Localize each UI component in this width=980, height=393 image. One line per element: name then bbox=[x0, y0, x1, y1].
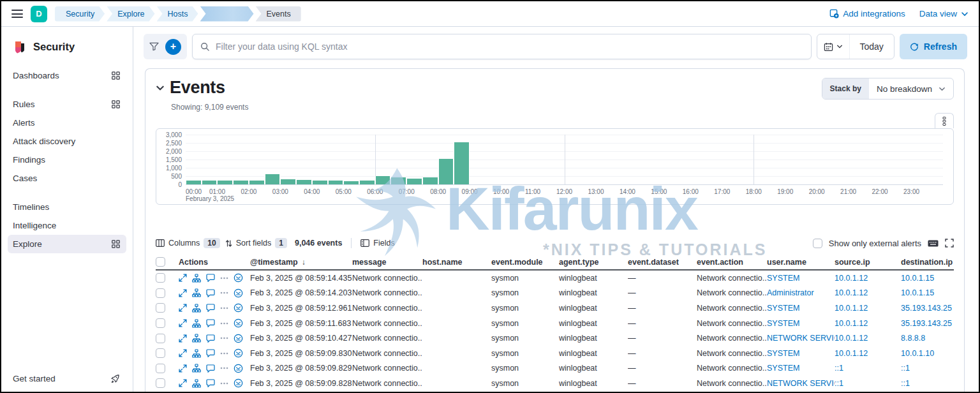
destination-ip-cell[interactable]: 10.0.1.15 bbox=[901, 288, 970, 297]
destination-ip-cell[interactable]: ::1 bbox=[901, 379, 970, 388]
agent-type-cell[interactable]: winlogbeat bbox=[559, 304, 628, 313]
event-action-cell[interactable]: Network connectio... bbox=[697, 364, 767, 373]
investigate-in-timeline-icon[interactable] bbox=[234, 273, 243, 283]
expand-event-icon[interactable] bbox=[179, 379, 187, 387]
add-note-icon[interactable] bbox=[206, 274, 215, 282]
add-note-icon[interactable] bbox=[206, 379, 215, 387]
sidebar-item-findings[interactable]: Findings bbox=[8, 151, 126, 169]
chart-options-kebab-icon[interactable] bbox=[935, 113, 954, 128]
table-row[interactable]: Feb 3, 2025 @ 08:59:14.435 Network conne… bbox=[156, 271, 954, 286]
more-actions-icon[interactable] bbox=[220, 307, 228, 309]
timestamp-cell[interactable]: Feb 3, 2025 @ 08:59:10.427 bbox=[250, 334, 352, 343]
message-cell[interactable]: Network connectio... bbox=[352, 349, 422, 358]
event-module-cell[interactable]: sysmon bbox=[491, 319, 559, 328]
row-checkbox[interactable] bbox=[156, 334, 165, 343]
sidebar-item-rules[interactable]: Rules bbox=[8, 95, 126, 114]
agent-type-cell[interactable]: winlogbeat bbox=[559, 319, 628, 328]
agent-type-cell[interactable]: winlogbeat bbox=[559, 334, 628, 343]
row-checkbox[interactable] bbox=[156, 273, 165, 283]
sidebar-item-get-started[interactable]: Get started bbox=[8, 369, 126, 388]
expand-event-icon[interactable] bbox=[179, 319, 187, 327]
sidebar-item-attack-discovery[interactable]: Attack discovery bbox=[8, 132, 126, 151]
analyze-event-icon[interactable] bbox=[192, 274, 201, 283]
table-row[interactable]: Feb 3, 2025 @ 08:59:12.961 Network conne… bbox=[156, 300, 954, 316]
timestamp-cell[interactable]: Feb 3, 2025 @ 08:59:09.828 bbox=[250, 379, 352, 388]
row-checkbox[interactable] bbox=[156, 364, 165, 373]
analyze-event-icon[interactable] bbox=[192, 334, 201, 343]
source-ip-cell[interactable]: 10.0.1.12 bbox=[835, 319, 901, 328]
breadcrumb-item-security[interactable]: Security bbox=[55, 6, 105, 22]
events-histogram[interactable]: 05001,0001,5002,0002,5003,00000:0001:000… bbox=[156, 128, 954, 205]
expand-event-icon[interactable] bbox=[179, 289, 187, 297]
columns-button[interactable]: Columns 10 bbox=[156, 238, 220, 248]
investigate-in-timeline-icon[interactable] bbox=[234, 318, 243, 328]
table-row[interactable]: Feb 3, 2025 @ 08:59:11.683 Network conne… bbox=[156, 316, 954, 331]
analyze-event-icon[interactable] bbox=[192, 304, 201, 313]
date-picker-calendar-button[interactable] bbox=[817, 34, 850, 59]
event-action-cell[interactable]: Network connectio... bbox=[697, 274, 767, 283]
event-module-cell[interactable]: sysmon bbox=[491, 364, 559, 373]
fullscreen-icon[interactable] bbox=[945, 239, 954, 248]
column-header-user[interactable]: user.name bbox=[767, 258, 835, 267]
timestamp-cell[interactable]: Feb 3, 2025 @ 08:59:14.435 bbox=[250, 274, 352, 283]
user-name-cell[interactable]: SYSTEM bbox=[767, 319, 835, 328]
source-ip-cell[interactable]: ::1 bbox=[835, 379, 901, 388]
table-row[interactable]: Feb 3, 2025 @ 08:59:09.828 Network conne… bbox=[156, 376, 954, 391]
destination-ip-cell[interactable]: 35.193.143.25 bbox=[901, 304, 970, 313]
event-module-cell[interactable]: sysmon bbox=[491, 288, 559, 297]
expand-event-icon[interactable] bbox=[179, 364, 187, 373]
sidebar-item-timelines[interactable]: Timelines bbox=[8, 198, 126, 216]
message-cell[interactable]: Network connectio... bbox=[352, 304, 422, 313]
table-row[interactable]: Feb 3, 2025 @ 08:59:10.427 Network conne… bbox=[156, 330, 954, 346]
table-row[interactable]: Feb 3, 2025 @ 08:59:09.829 Network conne… bbox=[156, 361, 954, 376]
column-header-action[interactable]: event.action bbox=[697, 258, 767, 267]
analyze-event-icon[interactable] bbox=[192, 364, 201, 373]
investigate-in-timeline-icon[interactable] bbox=[234, 378, 243, 388]
investigate-in-timeline-icon[interactable] bbox=[234, 348, 243, 358]
source-ip-cell[interactable]: 10.0.1.12 bbox=[835, 288, 901, 297]
destination-ip-cell[interactable]: 10.0.1.15 bbox=[901, 274, 970, 283]
column-header-module[interactable]: event.module bbox=[491, 258, 559, 267]
column-header-dataset[interactable]: event.dataset bbox=[628, 258, 697, 267]
timestamp-cell[interactable]: Feb 3, 2025 @ 08:59:14.203 bbox=[250, 288, 352, 297]
user-name-cell[interactable]: SYSTEM bbox=[767, 274, 835, 283]
event-module-cell[interactable]: sysmon bbox=[491, 334, 559, 343]
refresh-button[interactable]: Refresh bbox=[900, 34, 967, 59]
timestamp-cell[interactable]: Feb 3, 2025 @ 08:59:09.829 bbox=[250, 364, 352, 373]
expand-event-icon[interactable] bbox=[179, 304, 187, 312]
table-row[interactable]: Feb 3, 2025 @ 08:59:09.830 Network conne… bbox=[156, 346, 954, 361]
add-note-icon[interactable] bbox=[206, 319, 215, 327]
agent-type-cell[interactable]: winlogbeat bbox=[559, 379, 628, 388]
add-note-icon[interactable] bbox=[206, 334, 215, 343]
more-actions-icon[interactable] bbox=[220, 382, 228, 385]
user-name-cell[interactable]: SYSTEM bbox=[767, 304, 835, 313]
destination-ip-cell[interactable]: 10.0.1.10 bbox=[901, 349, 970, 358]
column-header-timestamp[interactable]: @timestamp↓ bbox=[250, 258, 352, 267]
breadcrumb-item-hosts[interactable]: Hosts bbox=[157, 6, 198, 22]
expand-event-icon[interactable] bbox=[179, 334, 187, 343]
sidebar-item-explore[interactable]: Explore bbox=[8, 235, 126, 253]
stack-by-select[interactable]: No breakdown bbox=[869, 78, 953, 99]
more-actions-icon[interactable] bbox=[220, 367, 228, 369]
message-cell[interactable]: Network connectio... bbox=[352, 364, 422, 373]
more-actions-icon[interactable] bbox=[220, 337, 228, 339]
sidebar-item-intelligence[interactable]: Intelligence bbox=[8, 216, 126, 235]
more-actions-icon[interactable] bbox=[220, 277, 228, 279]
more-actions-icon[interactable] bbox=[220, 352, 228, 355]
more-actions-icon[interactable] bbox=[220, 322, 228, 325]
analyze-event-icon[interactable] bbox=[192, 379, 201, 388]
user-name-cell[interactable]: Administrator bbox=[767, 288, 835, 297]
user-name-cell[interactable]: SYSTEM bbox=[767, 349, 835, 358]
event-action-cell[interactable]: Network connectio... bbox=[697, 334, 767, 343]
add-integrations-button[interactable]: Add integrations bbox=[829, 9, 905, 19]
analyze-event-icon[interactable] bbox=[192, 349, 201, 358]
message-cell[interactable]: Network connectio... bbox=[352, 274, 422, 283]
timestamp-cell[interactable]: Feb 3, 2025 @ 08:59:12.961 bbox=[250, 304, 352, 313]
source-ip-cell[interactable]: 10.0.1.12 bbox=[835, 304, 901, 313]
row-checkbox[interactable] bbox=[156, 303, 165, 313]
analyze-event-icon[interactable] bbox=[192, 319, 201, 328]
breadcrumb-item-explore[interactable]: Explore bbox=[107, 6, 154, 22]
destination-ip-cell[interactable]: ::1 bbox=[901, 364, 970, 373]
select-all-checkbox[interactable] bbox=[156, 257, 165, 267]
investigate-in-timeline-icon[interactable] bbox=[234, 303, 243, 313]
